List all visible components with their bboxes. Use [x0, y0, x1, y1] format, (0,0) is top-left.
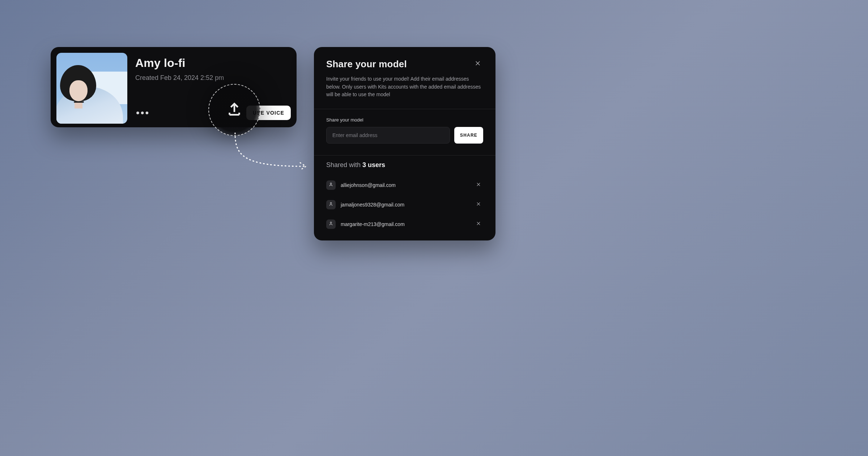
close-icon: [475, 61, 481, 68]
share-model-modal: Share your model Invite your friends to …: [314, 47, 495, 240]
shared-with-heading: Shared with 3 users: [326, 161, 483, 169]
user-avatar: [326, 220, 336, 229]
shared-user-email: margarite-m213@gmail.com: [341, 221, 469, 227]
remove-shared-user-button[interactable]: [474, 199, 483, 210]
upload-icon: [226, 101, 243, 119]
model-title: Amy lo-fi: [135, 56, 291, 70]
shared-users-list: alliejohnson@gmail.comjamaljones9328@gma…: [326, 175, 483, 234]
shared-user-row: jamaljones9328@gmail.com: [326, 195, 483, 214]
person-icon: [328, 182, 333, 188]
share-form-label: Share your model: [326, 117, 483, 123]
person-icon: [328, 201, 333, 208]
close-icon: [476, 221, 481, 227]
remove-shared-user-button[interactable]: [474, 180, 483, 191]
close-modal-button[interactable]: [472, 58, 483, 70]
person-icon: [328, 221, 333, 227]
share-callout-bubble: [208, 84, 260, 136]
shared-with-count: 3 users: [362, 161, 385, 169]
shared-user-row: margarite-m213@gmail.com: [326, 214, 483, 234]
user-avatar: [326, 200, 336, 209]
shared-user-email: alliejohnson@gmail.com: [341, 182, 469, 188]
model-thumbnail: [56, 53, 127, 124]
user-avatar: [326, 180, 336, 190]
close-icon: [476, 201, 481, 208]
svg-point-1: [330, 203, 332, 204]
share-submit-button[interactable]: SHARE: [454, 127, 483, 144]
shared-user-email: jamaljones9328@gmail.com: [341, 202, 469, 208]
model-created-label: Created Feb 24, 2024 2:52 pm: [135, 74, 291, 82]
close-icon: [476, 182, 481, 188]
flow-arrow: [229, 130, 312, 174]
more-options-button[interactable]: •••: [135, 106, 150, 120]
remove-shared-user-button[interactable]: [474, 219, 483, 230]
shared-user-row: alliejohnson@gmail.com: [326, 175, 483, 195]
share-modal-title: Share your model: [326, 59, 407, 70]
share-email-input[interactable]: [326, 127, 450, 144]
svg-point-0: [330, 183, 332, 184]
shared-with-prefix: Shared with: [326, 161, 362, 169]
share-modal-description: Invite your friends to use your model! A…: [326, 75, 483, 99]
svg-point-2: [330, 222, 332, 223]
